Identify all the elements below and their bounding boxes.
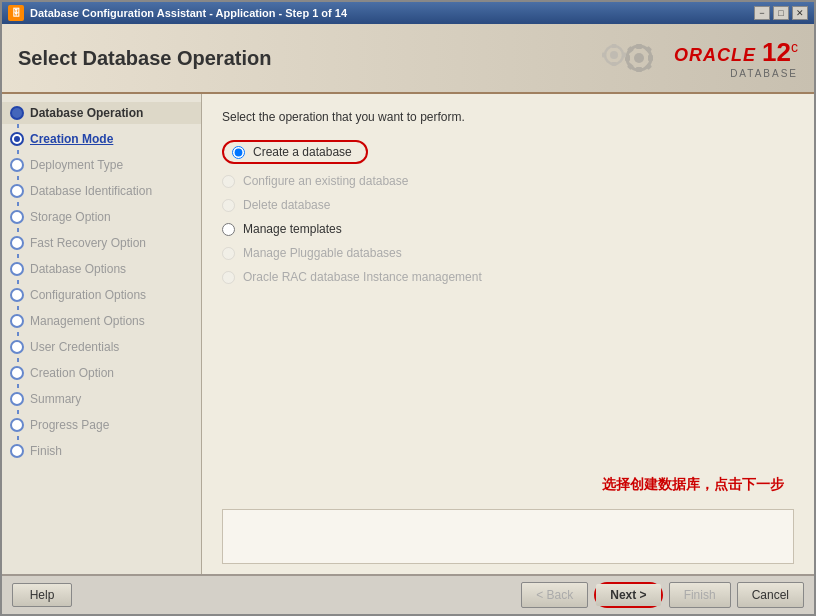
sidebar-label-database-operation: Database Operation	[30, 106, 143, 120]
sidebar-item-progress-page[interactable]: Progress Page	[2, 414, 201, 436]
footer: Help < Back Next > Finish Cancel	[2, 574, 814, 614]
footer-left: Help	[12, 583, 72, 607]
sidebar-item-summary[interactable]: Summary	[2, 388, 201, 410]
minimize-button[interactable]: −	[754, 6, 770, 20]
option-manage-pluggable: Manage Pluggable databases	[222, 246, 794, 260]
svg-rect-12	[612, 44, 617, 48]
oracle-brand: ORACLE	[674, 45, 756, 66]
sidebar-item-finish[interactable]: Finish	[2, 440, 201, 462]
page-title: Select Database Operation	[18, 47, 271, 70]
header: Select Database Operation	[2, 24, 814, 94]
gear-icon	[584, 33, 664, 83]
oracle-product: DATABASE	[730, 68, 798, 79]
next-button[interactable]: Next >	[596, 584, 660, 606]
svg-rect-13	[612, 62, 617, 66]
content-area: Select the operation that you want to pe…	[202, 94, 814, 574]
sidebar-label-creation-option: Creation Option	[30, 366, 114, 380]
sidebar-label-database-identification: Database Identification	[30, 184, 152, 198]
finish-button[interactable]: Finish	[669, 582, 731, 608]
option-create-db[interactable]: Create a database	[222, 140, 794, 164]
sidebar-label-management-options: Management Options	[30, 314, 145, 328]
annotation-text: 选择创建数据库，点击下一步	[602, 476, 784, 494]
sidebar-dot-database-identification	[10, 184, 24, 198]
sidebar-item-creation-option[interactable]: Creation Option	[2, 362, 201, 384]
sidebar-item-storage-option[interactable]: Storage Option	[2, 206, 201, 228]
sidebar-item-database-options[interactable]: Database Options	[2, 258, 201, 280]
option-oracle-rac: Oracle RAC database Instance management	[222, 270, 794, 284]
sidebar-label-database-options: Database Options	[30, 262, 126, 276]
sidebar-dot-deployment-type	[10, 158, 24, 172]
sidebar-dot-storage-option	[10, 210, 24, 224]
sidebar-label-progress-page: Progress Page	[30, 418, 109, 432]
option-configure-existing: Configure an existing database	[222, 174, 794, 188]
radio-configure-existing	[222, 175, 235, 188]
option-delete-db: Delete database	[222, 198, 794, 212]
sidebar-item-fast-recovery-option[interactable]: Fast Recovery Option	[2, 232, 201, 254]
svg-rect-3	[636, 67, 642, 72]
label-create-db: Create a database	[253, 145, 352, 159]
titlebar-buttons: − □ ✕	[754, 6, 808, 20]
content-instruction: Select the operation that you want to pe…	[222, 110, 794, 124]
cancel-button[interactable]: Cancel	[737, 582, 804, 608]
sidebar-dot-user-credentials	[10, 340, 24, 354]
sidebar-label-configuration-options: Configuration Options	[30, 288, 146, 302]
sidebar-dot-finish	[10, 444, 24, 458]
sidebar-label-storage-option: Storage Option	[30, 210, 111, 224]
sidebar-dot-fast-recovery-option	[10, 236, 24, 250]
label-configure-existing: Configure an existing database	[243, 174, 408, 188]
radio-manage-pluggable	[222, 247, 235, 260]
sidebar-item-database-identification[interactable]: Database Identification	[2, 180, 201, 202]
option-manage-templates[interactable]: Manage templates	[222, 222, 794, 236]
sidebar-label-finish: Finish	[30, 444, 62, 458]
sidebar-dot-management-options	[10, 314, 24, 328]
radio-create-db[interactable]	[232, 146, 245, 159]
titlebar: 🗄 Database Configuration Assistant - App…	[2, 2, 814, 24]
sidebar-label-summary: Summary	[30, 392, 81, 406]
sidebar-dot-progress-page	[10, 418, 24, 432]
sidebar-dot-creation-option	[10, 366, 24, 380]
radio-oracle-rac	[222, 271, 235, 284]
window-title: Database Configuration Assistant - Appli…	[30, 7, 347, 19]
radio-delete-db	[222, 199, 235, 212]
bottom-description-area	[222, 509, 794, 564]
label-oracle-rac: Oracle RAC database Instance management	[243, 270, 482, 284]
oracle-logo: ORACLE 12 c DATABASE	[674, 37, 798, 79]
main-content: Database Operation Creation Mode Deploym…	[2, 94, 814, 574]
label-manage-pluggable: Manage Pluggable databases	[243, 246, 402, 260]
sidebar-dot-creation-mode	[10, 132, 24, 146]
back-button[interactable]: < Back	[521, 582, 588, 608]
maximize-button[interactable]: □	[773, 6, 789, 20]
sidebar-dot-configuration-options	[10, 288, 24, 302]
app-icon: 🗄	[8, 5, 24, 21]
sidebar-item-configuration-options[interactable]: Configuration Options	[2, 284, 201, 306]
svg-point-11	[610, 51, 618, 59]
main-window: 🗄 Database Configuration Assistant - App…	[0, 0, 816, 616]
next-button-container: Next >	[594, 582, 662, 608]
sidebar-dot-database-operation	[10, 106, 24, 120]
svg-point-1	[634, 53, 644, 63]
svg-rect-5	[648, 55, 653, 61]
sidebar-label-fast-recovery-option: Fast Recovery Option	[30, 236, 146, 250]
radio-manage-templates[interactable]	[222, 223, 235, 236]
oracle-version: 12	[762, 37, 791, 68]
label-delete-db: Delete database	[243, 198, 330, 212]
svg-rect-14	[602, 53, 606, 58]
sidebar-dot-database-options	[10, 262, 24, 276]
sidebar-dot-summary	[10, 392, 24, 406]
sidebar-item-user-credentials[interactable]: User Credentials	[2, 336, 201, 358]
sidebar: Database Operation Creation Mode Deploym…	[2, 94, 202, 574]
titlebar-left: 🗄 Database Configuration Assistant - App…	[8, 5, 347, 21]
oracle-version-super: c	[791, 39, 798, 55]
help-button[interactable]: Help	[12, 583, 72, 607]
close-button[interactable]: ✕	[792, 6, 808, 20]
sidebar-label-deployment-type: Deployment Type	[30, 158, 123, 172]
sidebar-item-management-options[interactable]: Management Options	[2, 310, 201, 332]
sidebar-label-user-credentials: User Credentials	[30, 340, 119, 354]
footer-right: < Back Next > Finish Cancel	[521, 582, 804, 608]
sidebar-item-creation-mode[interactable]: Creation Mode	[2, 128, 201, 150]
sidebar-item-deployment-type[interactable]: Deployment Type	[2, 154, 201, 176]
sidebar-item-database-operation[interactable]: Database Operation	[2, 102, 201, 124]
svg-rect-2	[636, 44, 642, 49]
label-manage-templates: Manage templates	[243, 222, 342, 236]
svg-rect-15	[622, 53, 626, 58]
